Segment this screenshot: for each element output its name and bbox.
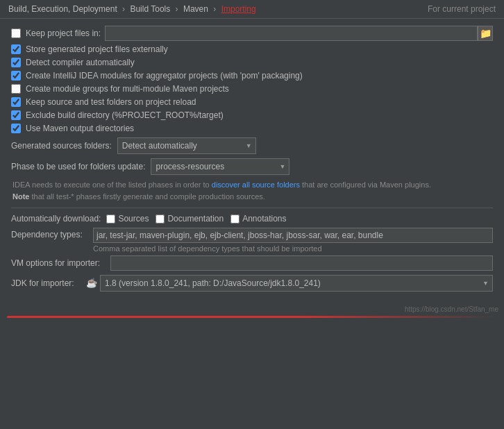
vm-options-field[interactable]: [110, 255, 493, 271]
vm-options-row: VM options for importer:: [11, 255, 493, 271]
keep-project-checkbox[interactable]: [11, 28, 21, 38]
note-block: IDEA needs to execute one of the listed …: [12, 179, 493, 202]
breadcrumb-sep-3: ›: [213, 4, 216, 14]
breadcrumb-part-2: Build Tools: [130, 4, 170, 14]
breadcrumb-part-3: Maven: [183, 4, 208, 14]
auto-download-sources-item: Sources: [106, 214, 149, 224]
create-module-groups-row: Create module groups for multi-module Ma…: [11, 84, 493, 94]
annotations-label: Annotations: [242, 214, 286, 224]
phase-select[interactable]: process-resources generate-sources compi…: [151, 158, 289, 175]
jdk-row: JDK for importer: ☕ 1.8 (version 1.8.0_2…: [11, 275, 493, 292]
generated-sources-select-wrapper: Detect automatically target/generated-so…: [117, 137, 256, 154]
red-annotation-line: [7, 316, 497, 318]
for-current-project-label: For current project: [428, 4, 496, 14]
auto-download-label: Automatically download:: [11, 214, 101, 224]
watermark-bar: https://blog.csdn.net/Stfan_me: [0, 303, 504, 316]
dependency-types-label: Dependency types:: [11, 228, 87, 239]
breadcrumb-sep-2: ›: [176, 4, 178, 14]
create-intellij-checkbox[interactable]: [11, 71, 21, 81]
use-maven-row: Use Maven output directories: [11, 124, 493, 133]
keep-source-row: Keep source and test folders on project …: [11, 97, 493, 107]
auto-download-documentation-item: Documentation: [156, 214, 224, 224]
jdk-label: JDK for importer:: [11, 278, 81, 288]
detect-compiler-checkbox[interactable]: [11, 58, 21, 67]
phase-select-wrapper: process-resources generate-sources compi…: [151, 158, 289, 175]
jdk-select-wrapper: ☕ 1.8 (version 1.8.0_241, path: D:/JavaS…: [86, 275, 493, 292]
breadcrumb-part-1: Build, Execution, Deployment: [8, 4, 117, 14]
content-area: Keep project files in: 📁 Store generated…: [0, 19, 504, 303]
breadcrumb-sep-1: ›: [122, 4, 125, 14]
detect-compiler-label: Detect compiler automatically: [26, 58, 135, 67]
store-generated-checkbox[interactable]: [11, 44, 21, 54]
keep-project-label: Keep project files in:: [26, 28, 101, 38]
generated-sources-select[interactable]: Detect automatically target/generated-so…: [117, 137, 256, 154]
note-rest: that all test-* phases firstly generate …: [32, 192, 265, 201]
annotations-checkbox[interactable]: [230, 214, 240, 224]
generated-sources-label: Generated sources folders:: [11, 141, 112, 151]
documentation-checkbox[interactable]: [156, 214, 165, 224]
breadcrumb: Build, Execution, Deployment › Build Too…: [0, 0, 504, 19]
create-module-groups-checkbox[interactable]: [11, 84, 21, 94]
note-prefix: IDEA needs to execute one of the listed …: [12, 180, 210, 189]
use-maven-checkbox[interactable]: [11, 124, 21, 133]
exclude-build-label: Exclude build directory (%PROJECT_ROOT%/…: [26, 110, 224, 120]
jdk-select[interactable]: 1.8 (version 1.8.0_241, path: D:/JavaSou…: [100, 275, 493, 292]
breadcrumb-path: Build, Execution, Deployment › Build Too…: [8, 4, 256, 14]
breadcrumb-part-4: Importing: [221, 4, 256, 14]
jdk-icon: ☕: [86, 278, 97, 289]
settings-panel: Build, Execution, Deployment › Build Too…: [0, 0, 504, 318]
keep-project-field[interactable]: [105, 26, 478, 41]
note-link[interactable]: discover all source folders: [212, 180, 300, 189]
create-intellij-label: Create IntelliJ IDEA modules for aggrega…: [26, 71, 303, 81]
keep-source-label: Keep source and test folders on project …: [26, 97, 196, 107]
keep-project-row: Keep project files in: 📁: [11, 26, 493, 41]
store-generated-label: Store generated project files externally: [26, 44, 168, 54]
exclude-build-checkbox[interactable]: [11, 110, 21, 120]
dependency-types-wrapper: jar, test-jar, maven-plugin, ejb, ejb-cl…: [93, 228, 493, 253]
documentation-label: Documentation: [167, 214, 224, 224]
divider-1: [11, 208, 493, 208]
phase-label: Phase to be used for folders update:: [11, 162, 145, 171]
phase-row: Phase to be used for folders update: pro…: [11, 158, 493, 175]
create-module-groups-label: Create module groups for multi-module Ma…: [26, 84, 229, 94]
vm-options-label: VM options for importer:: [11, 258, 105, 268]
folder-browse-button[interactable]: 📁: [478, 26, 493, 41]
use-maven-label: Use Maven output directories: [26, 124, 134, 133]
dependency-types-row: Dependency types: jar, test-jar, maven-p…: [11, 228, 493, 253]
auto-download-annotations-item: Annotations: [230, 214, 286, 224]
keep-source-checkbox[interactable]: [11, 97, 21, 107]
watermark-text: https://blog.csdn.net/Stfan_me: [405, 305, 498, 313]
note-bold: Note: [12, 192, 29, 201]
detect-compiler-row: Detect compiler automatically: [11, 58, 493, 67]
note-suffix: that are configured via Maven plugins.: [302, 180, 431, 189]
create-intellij-row: Create IntelliJ IDEA modules for aggrega…: [11, 71, 493, 81]
sources-label: Sources: [118, 214, 149, 224]
auto-download-row: Automatically download: Sources Document…: [11, 214, 493, 224]
generated-sources-row: Generated sources folders: Detect automa…: [11, 137, 493, 154]
exclude-build-row: Exclude build directory (%PROJECT_ROOT%/…: [11, 110, 493, 120]
sources-checkbox[interactable]: [106, 214, 115, 224]
store-generated-row: Store generated project files externally: [11, 44, 493, 54]
dependency-types-field[interactable]: jar, test-jar, maven-plugin, ejb, ejb-cl…: [93, 228, 493, 243]
dependency-types-hint: Comma separated list of dependency types…: [93, 244, 493, 253]
